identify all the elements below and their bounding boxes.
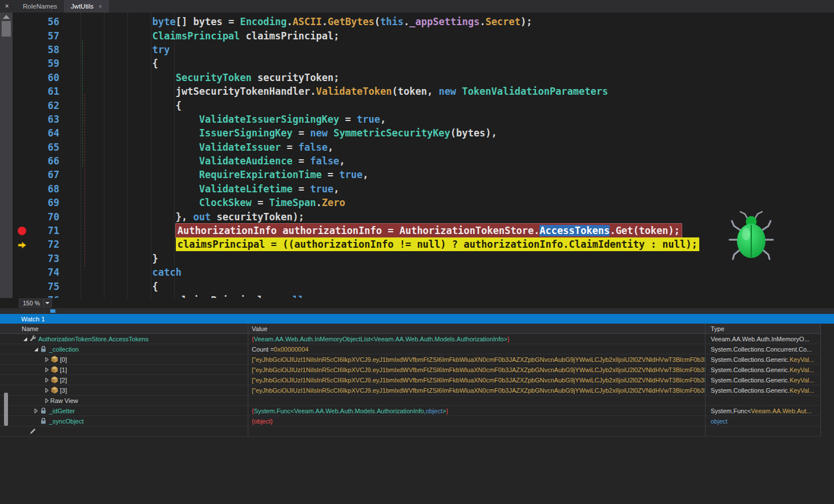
breakpoint-gutter[interactable]: [13, 196, 30, 209]
watch-value-cell[interactable]: ["eyJhbGciOiJIUzI1NiIsInR5cCI6IkpXVCJ9.e…: [248, 375, 706, 385]
breakpoint-gutter[interactable]: [13, 29, 30, 42]
breakpoint-gutter[interactable]: [13, 265, 30, 279]
horizontal-scrollbar-thumb[interactable]: [50, 309, 55, 313]
pane-close-icon[interactable]: ×: [0, 0, 14, 13]
code-line[interactable]: 66ValidateAudience = false,: [13, 154, 834, 168]
watch-value-cell[interactable]: Count = 0x00000004: [248, 344, 706, 354]
editor-scrollbar-thumb[interactable]: [2, 21, 11, 37]
code-line[interactable]: 67RequireExpirationTime = true,: [13, 168, 834, 182]
watch-row[interactable]: [1]["eyJhbGciOiJIUzI1NiIsInR5cCI6IkpXVCJ…: [0, 365, 821, 375]
breakpoint-gutter[interactable]: [13, 98, 30, 112]
code-line[interactable]: 63ValidateIssuerSigningKey = true,: [13, 112, 834, 126]
watch-name-cell[interactable]: AuthorizationTokenStore.AccessTokens: [0, 334, 248, 344]
watch-name-cell[interactable]: [0]: [0, 354, 248, 364]
watch-row[interactable]: [3]["eyJhbGciOiJIUzI1NiIsInR5cCI6IkpXVCJ…: [0, 385, 821, 396]
watch-row[interactable]: [2]["eyJhbGciOiJIUzI1NiIsInR5cCI6IkpXVCJ…: [0, 375, 821, 385]
code-line[interactable]: 60SecurityToken securityToken;: [13, 71, 834, 84]
tree-expander-icon[interactable]: [22, 336, 29, 342]
code-line[interactable]: 68ValidateLifetime = true,: [13, 182, 834, 196]
watch-name-cell[interactable]: _idGetter: [0, 406, 248, 416]
code-line[interactable]: 74catch: [13, 265, 834, 279]
tree-expander-icon[interactable]: [43, 366, 50, 373]
code-line[interactable]: 61jwtSecurityTokenHandler.ValidateToken(…: [13, 84, 834, 98]
tree-expander-icon[interactable]: [43, 356, 50, 363]
add-watch-row[interactable]: [0, 426, 821, 437]
code-line[interactable]: 71AuthorizationInfo authorizationInfo = …: [13, 224, 834, 237]
watch-panel-title: Watch 1: [21, 316, 45, 322]
zoom-level-select[interactable]: 150 %: [19, 299, 52, 308]
breakpoint-gutter[interactable]: [13, 43, 30, 57]
breakpoint-gutter[interactable]: [13, 224, 30, 237]
watch-row[interactable]: AuthorizationTokenStore.AccessTokens{Vee…: [0, 334, 821, 344]
scroll-up-arrow-icon[interactable]: [3, 15, 10, 19]
watch-value-cell[interactable]: {object}: [248, 416, 706, 426]
horizontal-scrollbar[interactable]: [0, 308, 834, 314]
breakpoint-gutter[interactable]: [13, 15, 30, 29]
zoom-dropdown-button[interactable]: [43, 299, 51, 307]
watch-scrollbar-thumb[interactable]: [4, 393, 8, 426]
tree-expander-icon[interactable]: [33, 346, 39, 353]
breakpoint-gutter[interactable]: [13, 237, 30, 251]
watch-column-header-type[interactable]: Type: [706, 324, 821, 333]
watch-name-cell[interactable]: Raw View: [0, 396, 248, 405]
breakpoint-gutter[interactable]: [13, 84, 30, 98]
tree-expander-icon[interactable]: [43, 377, 50, 384]
watch-name-cell[interactable]: _syncObject: [0, 416, 248, 426]
watch-column-header-name[interactable]: Name: [0, 324, 248, 333]
code-text: claimsPrincipal = ((authorizationInfo !=…: [62, 239, 834, 250]
breakpoint-gutter[interactable]: [13, 182, 30, 196]
watch-row[interactable]: [0]["eyJhbGciOiJIUzI1NiIsInR5cCI6IkpXVCJ…: [0, 354, 821, 365]
watch-value-cell[interactable]: ["eyJhbGciOiJIUzI1NiIsInR5cCI6IkpXVCJ9.e…: [248, 365, 706, 374]
code-line[interactable]: 70}, out securityToken);: [13, 209, 834, 223]
breakpoint-gutter[interactable]: [13, 252, 30, 265]
breakpoint-gutter[interactable]: [13, 112, 30, 126]
watch-name-cell[interactable]: [1]: [0, 365, 248, 374]
line-number: 58: [30, 44, 62, 55]
code-line[interactable]: 65ValidateIssuer = false,: [13, 140, 834, 154]
watch-row[interactable]: _collectionCount = 0x00000004System.Coll…: [0, 344, 821, 354]
code-line[interactable]: 59{: [13, 57, 834, 70]
watch-name-cell[interactable]: [0, 426, 248, 436]
tab-rolenames[interactable]: RoleNames: [16, 0, 64, 13]
code-line[interactable]: 69ClockSkew = TimeSpan.Zero: [13, 196, 834, 209]
code-line[interactable]: 62{: [13, 98, 834, 112]
code-line[interactable]: 72claimsPrincipal = ((authorizationInfo …: [13, 237, 834, 251]
breakpoint-gutter[interactable]: [13, 154, 30, 168]
breakpoint-gutter[interactable]: [13, 168, 30, 182]
breakpoint-gutter[interactable]: [13, 57, 30, 70]
breakpoint-gutter[interactable]: [13, 209, 30, 223]
breakpoint-gutter[interactable]: [13, 126, 30, 140]
tab-close-icon[interactable]: ×: [99, 3, 102, 10]
watch-row[interactable]: Raw View: [0, 396, 821, 406]
code-line[interactable]: 75{: [13, 279, 834, 293]
editor-vertical-scrollbar[interactable]: [0, 13, 13, 298]
watch-name-cell[interactable]: [3]: [0, 385, 248, 395]
breakpoint-gutter[interactable]: [13, 293, 30, 298]
code-line[interactable]: 64IssuerSigningKey = new SymmetricSecuri…: [13, 126, 834, 140]
code-line[interactable]: 56byte[] bytes = Encoding.ASCII.GetBytes…: [13, 15, 834, 29]
code-line[interactable]: 57ClaimsPrincipal claimsPrincipal;: [13, 29, 834, 42]
watch-row[interactable]: _syncObject{object}object: [0, 416, 821, 426]
watch-value-cell[interactable]: {Veeam.AA.Web.Auth.InMemoryObjectList<Ve…: [248, 334, 706, 344]
watch-value-cell[interactable]: {System.Func<Veeam.AA.Web.Auth.Models.Au…: [248, 406, 706, 416]
breakpoint-icon[interactable]: [18, 227, 26, 235]
watch-value-cell[interactable]: [248, 396, 706, 405]
breakpoint-gutter[interactable]: [13, 71, 30, 84]
breakpoint-gutter[interactable]: [13, 279, 30, 293]
tree-expander-icon[interactable]: [33, 408, 39, 414]
tab-jwtutils[interactable]: JwtUtils×: [64, 0, 108, 13]
watch-value-cell[interactable]: ["eyJhbGciOiJIUzI1NiIsInR5cCI6IkpXVCJ9.e…: [248, 354, 706, 364]
watch-panel-header[interactable]: Watch 1: [0, 314, 834, 324]
watch-name-cell[interactable]: _collection: [0, 344, 248, 354]
tree-expander-icon[interactable]: [43, 387, 50, 394]
watch-row[interactable]: _idGetter{System.Func<Veeam.AA.Web.Auth.…: [0, 406, 821, 416]
code-line[interactable]: 58try: [13, 43, 834, 57]
tree-expander-icon[interactable]: [43, 397, 50, 404]
breakpoint-gutter[interactable]: [13, 140, 30, 154]
code-line[interactable]: 73}: [13, 252, 834, 265]
watch-column-header-value[interactable]: Value: [248, 324, 706, 333]
code-line[interactable]: 76claimsPrincipal = null;: [13, 293, 834, 298]
watch-value-cell[interactable]: [248, 426, 706, 436]
watch-value-cell[interactable]: ["eyJhbGciOiJIUzI1NiIsInR5cCI6IkpXVCJ9.e…: [248, 385, 706, 395]
watch-name-cell[interactable]: [2]: [0, 375, 248, 385]
